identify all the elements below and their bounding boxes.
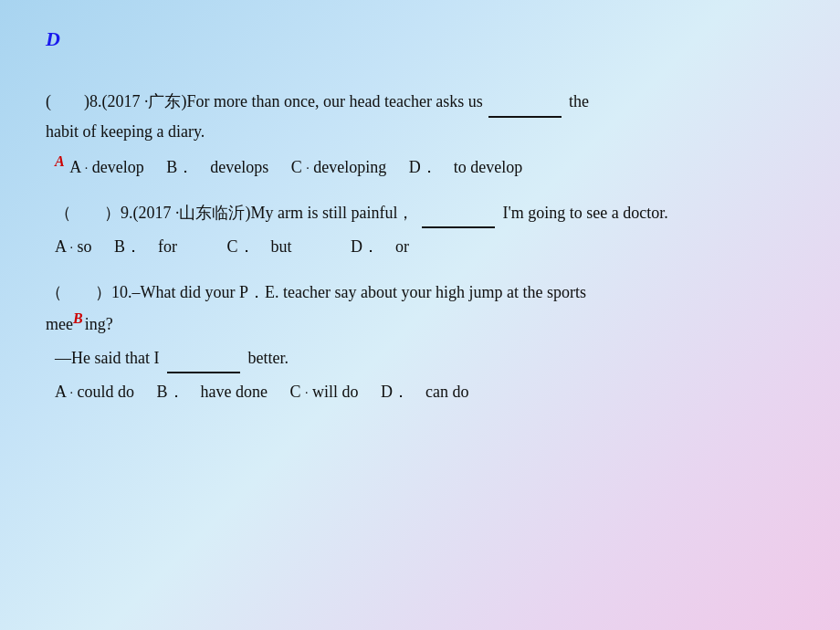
q10-blank-line: —He said that I better. bbox=[46, 344, 794, 374]
q10-intro: （ ）10.–What did your P．E. teacher say ab… bbox=[46, 278, 586, 307]
q9-option-c: C． but bbox=[227, 237, 292, 256]
q8-option-a: A · develop bbox=[69, 158, 144, 176]
q8-number: 8.(2017 ·广东)For more than once, our head… bbox=[89, 88, 483, 116]
q10-blank bbox=[167, 344, 240, 374]
q10-option-d: D． can do bbox=[381, 383, 468, 401]
q10-option-b: B． have done bbox=[157, 383, 268, 401]
q9-line: （ ）9.(2017 ·山东临沂)My arm is still painful… bbox=[46, 199, 794, 229]
q9-option-d: D． or bbox=[351, 237, 409, 256]
page-container: D ( ) 8.(2017 ·广东)For more than once, ou… bbox=[0, 0, 840, 451]
q10-dialogue-a-prefix: —He said that I bbox=[55, 349, 159, 367]
q9-option-b: B． for bbox=[114, 237, 177, 256]
q10-line: （ ）10.–What did your P．E. teacher say ab… bbox=[46, 278, 794, 307]
q10-continuation: meeBing? bbox=[46, 306, 794, 339]
question-8: ( ) 8.(2017 ·广东)For more than once, our … bbox=[46, 88, 794, 183]
q10-answer-marker: B bbox=[73, 310, 83, 326]
q8-continuation: habit of keeping a diary. bbox=[46, 118, 794, 146]
q9-option-a: A · so bbox=[55, 237, 92, 256]
q10-option-c: C · will do bbox=[290, 383, 359, 401]
q8-option-c: C · developing bbox=[291, 158, 387, 176]
q10-dialogue-a-suffix: better. bbox=[247, 349, 288, 367]
q8-answer-marker: A bbox=[55, 153, 65, 169]
q10-option-a: A · could do bbox=[55, 383, 134, 401]
q9-text-after: I'm going to see a doctor. bbox=[502, 204, 667, 222]
q8-options: A A · develop B． develops C · developing… bbox=[46, 149, 794, 182]
q8-paren: ( ) bbox=[46, 88, 89, 116]
q9-blank bbox=[422, 199, 495, 229]
question-9: （ ）9.(2017 ·山东临沂)My arm is still painful… bbox=[46, 199, 794, 262]
question-10: （ ）10.–What did your P．E. teacher say ab… bbox=[46, 278, 794, 407]
q8-blank bbox=[488, 88, 562, 118]
q9-paren: （ ）9.(2017 ·山东临沂)My arm is still painful… bbox=[55, 204, 414, 222]
section-letter: D bbox=[46, 27, 794, 51]
q10-options: A · could do B． have done C · will do D．… bbox=[46, 377, 794, 406]
q8-line: ( ) 8.(2017 ·广东)For more than once, our … bbox=[46, 88, 794, 118]
q8-option-d: D． to develop bbox=[409, 158, 522, 176]
q8-text-after: the bbox=[569, 88, 589, 116]
q9-options: A · so B． for C． but D． or bbox=[46, 232, 794, 261]
q8-option-b: B． develops bbox=[166, 158, 268, 176]
